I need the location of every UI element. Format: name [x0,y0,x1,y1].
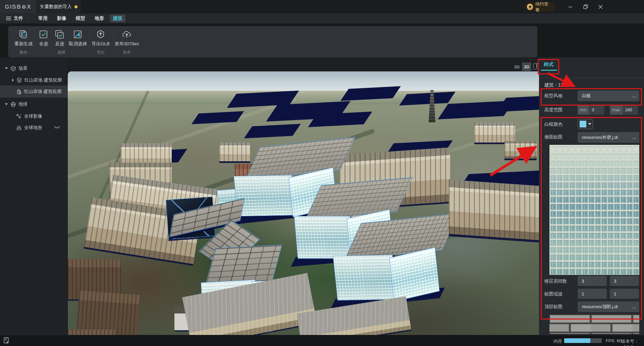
chevron-down-icon [632,135,636,140]
tab-style[interactable]: 样式 [544,61,553,68]
color-swatch [580,121,586,127]
model-style-label: 模型风格 [544,93,562,99]
menu-bar: 文件 常用 影像 模型 地形 建筑 [0,13,644,23]
min-value: 3 [589,105,604,115]
viewport-top-strip [67,57,539,71]
title-bar: GISB⊕X 矢量数据的导入 续约套餐 [0,0,644,13]
dropdown-arrow-icon [588,123,591,125]
chevron-down-icon [632,94,636,98]
tree-node-label: 全球影像 [24,113,42,119]
regenerate-label: 重新生成 [14,41,33,47]
menu-item-model[interactable]: 模型 [73,15,88,21]
texture-scale-input-2[interactable]: 1 [610,289,639,299]
app-logo: GISB⊕X [0,0,36,13]
height-min-field[interactable]: min 3 [578,105,604,115]
group-label-selection: 选择 [57,50,65,55]
export-glb-button[interactable]: 导出GLB [91,30,110,47]
lightning-icon [527,4,533,10]
app-window: GISB⊕X 矢量数据的导入 续约套餐 文件 [0,0,644,346]
minimize-button[interactable] [563,0,578,13]
texture-scale-label: 贴图缩放 [544,291,562,297]
height-max-field[interactable]: max 240 [610,105,638,115]
white-model-color-label: 白模颜色 [544,121,562,127]
document-tab[interactable]: 矢量数据的导入 [37,0,81,13]
ribbon-toolbar: 重新生成 操作 全选 反选 取消选择 [8,26,537,57]
tab-style-underline [541,70,557,71]
minimize-icon [568,5,573,9]
side-texture-preview [549,145,639,275]
memory-label: 内存 [553,338,562,344]
logo-text: GISB⊕X [5,3,31,10]
side-texture-dropdown[interactable]: resources/外壁.j.di [578,132,639,143]
layer-cube-icon [16,77,22,83]
classical-building-right [449,179,539,240]
publish-3dtiles-label: 发布3DTiles [115,41,139,47]
tree-node-scene[interactable]: 场景 [0,63,72,74]
model-style-value: 白模 [582,93,591,99]
model-style-dropdown[interactable]: 白模 [578,91,639,101]
globe-icon [10,102,16,107]
deselect-button[interactable]: 取消选择 [68,30,88,47]
caret-down-icon [5,67,8,69]
scene-cube-icon [10,66,16,71]
slab-front-face [333,255,397,301]
regenerate-icon [18,30,29,40]
unsaved-dot-icon [74,5,77,8]
horizon-band [68,90,539,104]
floor-rooms-input-1[interactable]: 3 [578,276,607,286]
close-button[interactable] [593,0,608,13]
top-texture-dropdown[interactable]: resources/顶部.j.di [578,301,639,312]
version-indicator: 版本号： v2.1.2 [621,338,644,346]
publish-3dtiles-button[interactable]: 发布3DTiles [115,30,138,47]
group-label-export: 导出 [97,50,105,55]
glass-slab-building [330,216,439,303]
texture-scale-input-1[interactable]: 1 [578,289,607,299]
tree-node-label: 红山农场 建筑轮廓 [24,77,62,83]
menu-item-building[interactable]: 建筑 [110,14,125,22]
slab-front-face [233,175,296,216]
small-building [504,141,537,159]
mode-3d-button[interactable]: 3D [522,62,531,71]
tree-node-label: 场景 [18,65,28,71]
deselect-icon [73,30,83,40]
export-glb-icon [96,30,106,40]
renew-plan-label: 续约套餐 [535,1,552,13]
floor-rooms-input-2[interactable]: 3 [610,276,639,286]
file-menu[interactable]: 文件 [6,15,23,21]
mode-2d-button[interactable]: 2D [513,63,521,71]
scene-tree-sidebar: 场景 红山农场 建筑轮廓 红山农场 建筑轮廓 地球 [0,57,67,335]
regenerate-button[interactable]: 重新生成 [13,30,34,47]
satellite-icon [16,114,22,119]
white-model-color-picker[interactable] [578,119,593,129]
visibility-hidden-eye-icon[interactable] [54,125,60,130]
tree-node-building-outline-1[interactable]: 红山农场 建筑轮廓 [0,75,79,85]
renew-plan-button[interactable]: 续约套餐 [525,2,555,11]
panel-divider [539,78,644,78]
menu-item-common[interactable]: 常用 [36,15,50,21]
terrain-icon [16,125,22,131]
select-all-button[interactable]: 全选 [38,30,50,47]
tree-node-label: 全球地形 [24,125,42,131]
panel-toggle-button[interactable] [3,337,11,344]
menu-item-imagery[interactable]: 影像 [54,15,69,21]
restore-button[interactable] [578,0,593,13]
brown-building [76,291,140,335]
side-texture-value: resources/外壁.j.di [582,134,618,140]
select-all-icon [39,30,49,40]
floor-rooms-label: 楼层房间数 [544,278,567,284]
tree-node-label: 红山农场 建筑轮廓 [24,89,62,95]
brown-building [68,330,115,335]
menu-item-terrain[interactable]: 地形 [92,15,107,21]
texture-scale-value-1: 1 [582,291,584,296]
publish-3dtiles-icon [122,30,132,40]
toolbar-divider [90,30,90,53]
restore-icon [583,4,588,9]
side-texture-label: 侧面贴图 [544,134,562,140]
3d-viewport[interactable]: Alt + 左键：点选/拖动框选 Alt + Shift：合并选择 Alt + … [68,71,539,335]
tree-node-earth[interactable]: 地球 [0,99,72,110]
invert-selection-button[interactable]: 反选 [54,30,66,47]
invert-selection-icon [55,30,65,40]
export-glb-label: 导出GLB [92,41,110,47]
top-texture-value: resources/顶部.j.di [582,304,618,310]
max-label: max [610,105,623,115]
